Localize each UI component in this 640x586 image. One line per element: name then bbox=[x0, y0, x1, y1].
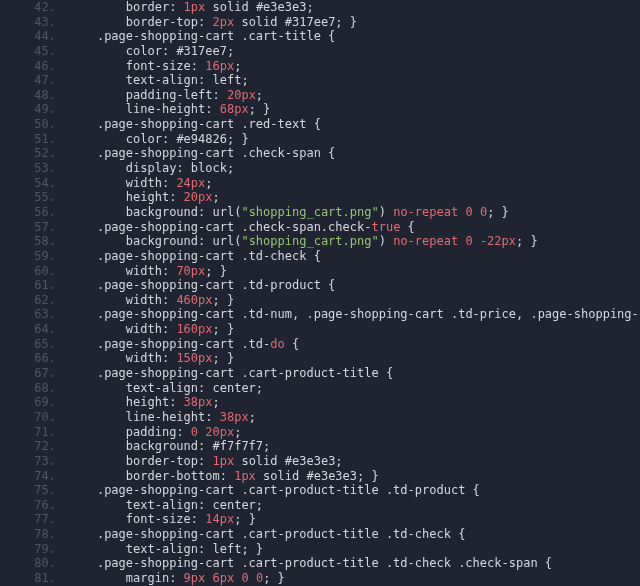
line-number: 72. bbox=[0, 439, 56, 454]
code-line[interactable]: .page-shopping-cart .td-check { bbox=[68, 249, 640, 264]
token-punc: ; } bbox=[516, 234, 538, 248]
token-prop: text-align bbox=[126, 381, 198, 395]
token-punc: ; bbox=[213, 190, 220, 204]
code-line[interactable]: color: #e94826; } bbox=[68, 132, 640, 147]
token-punc: ; } bbox=[227, 132, 249, 146]
token-sel: .page-shopping-cart .check-span.check- bbox=[97, 220, 372, 234]
code-line[interactable]: text-align: left; bbox=[68, 73, 640, 88]
token-sel: .page-shopping-cart .cart-product-title … bbox=[97, 527, 451, 541]
token-punc: ; } bbox=[335, 15, 357, 29]
line-number: 47. bbox=[0, 73, 56, 88]
code-editor[interactable]: 42.43.44.45.46.47.48.49.50.51.52.53.54.5… bbox=[0, 0, 640, 586]
token-num: 1px bbox=[234, 469, 256, 483]
token-punc: ; bbox=[205, 176, 212, 190]
code-line[interactable]: .page-shopping-cart .cart-product-title … bbox=[68, 556, 640, 571]
code-line[interactable]: border-bottom: 1px solid #e3e3e3; } bbox=[68, 469, 640, 484]
token-punc: { bbox=[306, 117, 320, 131]
code-line[interactable]: .page-shopping-cart .td-product { bbox=[68, 278, 640, 293]
line-number: 52. bbox=[0, 146, 56, 161]
code-line[interactable]: width: 150px; } bbox=[68, 351, 640, 366]
token-kw: do bbox=[270, 337, 284, 351]
token-num: 9px bbox=[184, 571, 206, 585]
token-punc bbox=[205, 571, 212, 585]
line-number: 59. bbox=[0, 249, 56, 264]
token-hex: #317ee7 bbox=[176, 44, 227, 58]
token-sel: .page-shopping-cart .cart-product-title … bbox=[97, 483, 465, 497]
token-punc: : bbox=[191, 512, 205, 526]
code-line[interactable]: font-size: 16px; bbox=[68, 59, 640, 74]
line-number: 76. bbox=[0, 498, 56, 513]
code-line[interactable]: .page-shopping-cart .check-span.check-tr… bbox=[68, 220, 640, 235]
code-line[interactable]: border: 1px solid #e3e3e3; bbox=[68, 0, 640, 15]
token-punc: ; } bbox=[213, 293, 235, 307]
code-line[interactable]: .page-shopping-cart .td-num, .page-shopp… bbox=[68, 307, 640, 322]
token-punc: : bbox=[198, 205, 212, 219]
code-line[interactable]: width: 24px; bbox=[68, 176, 640, 191]
code-line[interactable]: height: 20px; bbox=[68, 190, 640, 205]
line-number: 69. bbox=[0, 395, 56, 410]
line-number: 44. bbox=[0, 29, 56, 44]
code-content[interactable]: border: 1px solid #e3e3e3; border-top: 2… bbox=[68, 0, 640, 586]
token-num: 160px bbox=[176, 322, 212, 336]
code-line[interactable]: background: url("shopping_cart.png") no-… bbox=[68, 205, 640, 220]
token-punc: { bbox=[321, 146, 335, 160]
token-punc: { bbox=[285, 337, 299, 351]
line-number: 75. bbox=[0, 483, 56, 498]
line-number: 78. bbox=[0, 527, 56, 542]
code-line[interactable]: border-top: 2px solid #317ee7; } bbox=[68, 15, 640, 30]
code-line[interactable]: text-align: left; } bbox=[68, 542, 640, 557]
token-prop: line-height bbox=[126, 102, 205, 116]
code-line[interactable]: border-top: 1px solid #e3e3e3; bbox=[68, 454, 640, 469]
token-num: 6px bbox=[213, 571, 235, 585]
token-num: 20px bbox=[184, 190, 213, 204]
code-line[interactable]: .page-shopping-cart .red-text { bbox=[68, 117, 640, 132]
code-line[interactable]: .page-shopping-cart .td-do { bbox=[68, 337, 640, 352]
code-line[interactable]: font-size: 14px; } bbox=[68, 512, 640, 527]
token-sel: .page-shopping-cart .cart-product-title bbox=[97, 366, 379, 380]
code-line[interactable]: margin: 9px 6px 0 0; } bbox=[68, 571, 640, 586]
code-line[interactable]: text-align: center; bbox=[68, 381, 640, 396]
line-number: 66. bbox=[0, 351, 56, 366]
code-line[interactable]: line-height: 38px; bbox=[68, 410, 640, 425]
line-number: 45. bbox=[0, 44, 56, 59]
token-sel: .page-shopping-cart .td-check bbox=[97, 249, 307, 263]
line-number: 60. bbox=[0, 264, 56, 279]
token-prop: border bbox=[126, 0, 169, 14]
code-line[interactable]: color: #317ee7; bbox=[68, 44, 640, 59]
token-prop: margin bbox=[126, 571, 169, 585]
token-punc: ; bbox=[234, 59, 241, 73]
token-prop: block bbox=[191, 161, 227, 175]
token-sel: .page-shopping-cart .check-span bbox=[97, 146, 321, 160]
code-line[interactable]: height: 38px; bbox=[68, 395, 640, 410]
code-line[interactable]: .page-shopping-cart .check-span { bbox=[68, 146, 640, 161]
code-line[interactable]: .page-shopping-cart .cart-product-title … bbox=[68, 366, 640, 381]
token-punc: ; bbox=[241, 73, 248, 87]
code-line[interactable]: padding-left: 20px; bbox=[68, 88, 640, 103]
token-num: 0 bbox=[191, 425, 198, 439]
token-hex: #317ee7 bbox=[285, 15, 336, 29]
token-punc: ; bbox=[256, 381, 263, 395]
code-line[interactable]: background: #f7f7f7; bbox=[68, 439, 640, 454]
code-line[interactable]: background: url("shopping_cart.png") no-… bbox=[68, 234, 640, 249]
token-num: 1px bbox=[184, 0, 206, 14]
code-line[interactable]: text-align: center; bbox=[68, 498, 640, 513]
token-punc: : bbox=[198, 381, 212, 395]
token-url: url( bbox=[213, 205, 242, 219]
code-line[interactable]: display: block; bbox=[68, 161, 640, 176]
token-sel: .page-shopping-cart .red-text bbox=[97, 117, 307, 131]
code-line[interactable]: width: 160px; } bbox=[68, 322, 640, 337]
code-line[interactable]: padding: 0 20px; bbox=[68, 425, 640, 440]
token-punc: : bbox=[220, 469, 234, 483]
token-punc: : bbox=[162, 132, 176, 146]
code-line[interactable]: line-height: 68px; } bbox=[68, 102, 640, 117]
code-line[interactable]: width: 70px; } bbox=[68, 264, 640, 279]
line-number-gutter: 42.43.44.45.46.47.48.49.50.51.52.53.54.5… bbox=[0, 0, 68, 586]
token-punc bbox=[249, 0, 256, 14]
code-line[interactable]: .page-shopping-cart .cart-product-title … bbox=[68, 483, 640, 498]
code-line[interactable]: .page-shopping-cart .cart-title { bbox=[68, 29, 640, 44]
token-punc: { bbox=[321, 278, 335, 292]
token-punc: ; } bbox=[213, 351, 235, 365]
code-line[interactable]: .page-shopping-cart .cart-product-title … bbox=[68, 527, 640, 542]
token-sel: .page-shopping-cart .cart-title bbox=[97, 29, 321, 43]
code-line[interactable]: width: 460px; } bbox=[68, 293, 640, 308]
